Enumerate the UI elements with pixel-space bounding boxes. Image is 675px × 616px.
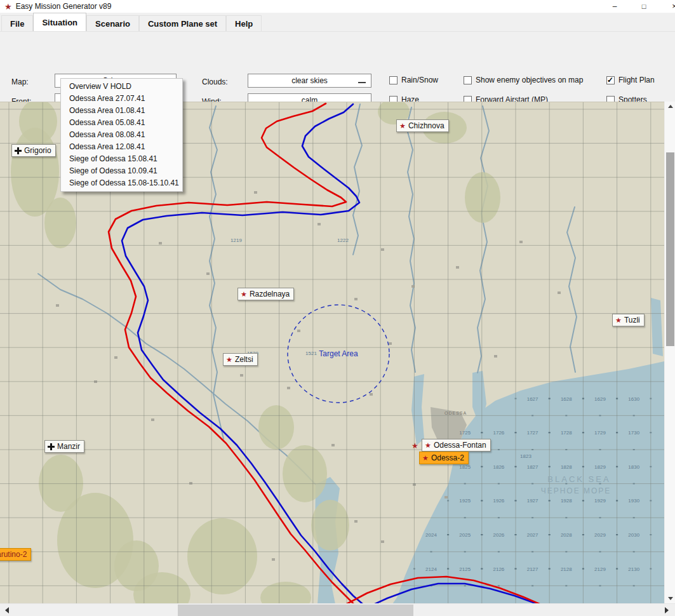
map-label-chizhnova[interactable]: ★Chizhnova — [396, 119, 449, 132]
tab-custom-plane-set[interactable]: Custom Plane set — [139, 15, 226, 31]
svg-text:1730: 1730 — [628, 430, 639, 436]
svg-text:1728: 1728 — [561, 430, 572, 436]
horizontal-scrollbar-thumb[interactable] — [178, 605, 413, 616]
svg-text:1727: 1727 — [527, 430, 538, 436]
map-label-text: Odessa-Fontan — [434, 441, 486, 450]
svg-text:2127: 2127 — [527, 566, 538, 572]
svg-text:1219: 1219 — [231, 238, 242, 243]
svg-text:2030: 2030 — [628, 532, 639, 538]
window-controls: – □ × — [599, 0, 675, 13]
rain-snow-label: Rain/Snow — [401, 76, 438, 84]
show-enemy-objectives-checkbox-row[interactable]: Show enemy objectives on map — [464, 76, 583, 84]
red-star-icon: ★ — [399, 123, 406, 130]
map-label-odessa-2[interactable]: ★Odessa-2 — [419, 452, 469, 464]
svg-text:BLACK SEA: BLACK SEA — [547, 474, 610, 484]
front-option-odessa-area-27-07-41[interactable]: Odessa Area 27.07.41 — [61, 93, 182, 105]
svg-text:1629: 1629 — [594, 396, 606, 402]
title-bar: ★ Easy Mission Generator v89 – □ × — [0, 0, 675, 13]
front-option-odessa-area-05-08-41[interactable]: Odessa Area 05.08.41 — [61, 117, 182, 129]
svg-text:1521: 1521 — [305, 351, 317, 356]
black-plus-icon — [15, 147, 22, 154]
svg-text:1825: 1825 — [459, 464, 471, 470]
flight-plan-checkbox[interactable] — [606, 76, 615, 84]
svg-text:2128: 2128 — [561, 566, 572, 572]
window-title: Easy Mission Generator v89 — [16, 2, 112, 11]
svg-text:2125: 2125 — [459, 566, 471, 572]
rain-snow-checkbox-row[interactable]: Rain/Snow — [389, 76, 438, 84]
svg-text:1823: 1823 — [520, 453, 531, 459]
minimize-button[interactable]: – — [605, 0, 624, 13]
red-star-icon: ★ — [226, 356, 232, 363]
svg-text:1729: 1729 — [594, 430, 606, 436]
front-option-odessa-area-08-08-41[interactable]: Odessa Area 08.08.41 — [61, 129, 182, 141]
map-label-text: Zeltsi — [235, 355, 253, 364]
show-enemy-objectives-label: Show enemy objectives on map — [476, 76, 583, 84]
app-icon: ★ — [4, 3, 12, 11]
tab-help[interactable]: Help — [226, 15, 262, 31]
svg-text:1929: 1929 — [594, 498, 606, 504]
svg-text:2027: 2027 — [527, 532, 538, 538]
map-label-arutino-2[interactable]: arutino-2 — [0, 548, 31, 561]
svg-text:2029: 2029 — [594, 532, 606, 538]
front-option-overview[interactable]: Overview V HOLD — [61, 81, 182, 93]
show-enemy-objectives-checkbox[interactable] — [464, 76, 472, 84]
map-label-grigorio[interactable]: Grigorio — [11, 144, 56, 157]
tab-file[interactable]: File — [1, 15, 33, 31]
vertical-scrollbar[interactable] — [664, 102, 675, 603]
svg-text:1930: 1930 — [628, 498, 639, 504]
flight-plan-checkbox-row[interactable]: Flight Plan — [606, 76, 655, 84]
map-label: Map: — [11, 77, 29, 86]
clouds-combo-value: clear skies — [291, 76, 328, 85]
front-option-siege-10-09-41[interactable]: Siege of Odessa 10.09.41 — [61, 165, 182, 177]
maximize-button[interactable]: □ — [634, 0, 653, 13]
tab-bar: File Situation Scenario Custom Plane set… — [0, 13, 675, 32]
scroll-left-icon[interactable] — [5, 607, 9, 613]
svg-text:1828: 1828 — [561, 464, 572, 470]
svg-text:2025: 2025 — [459, 532, 471, 538]
svg-text:1725: 1725 — [459, 430, 471, 436]
scroll-down-icon[interactable] — [668, 597, 673, 600]
map-label-text: Chizhnova — [408, 121, 444, 130]
red-star-icon: ★ — [422, 455, 429, 462]
tab-scenario[interactable]: Scenario — [86, 15, 139, 31]
front-option-odessa-area-12-08-41[interactable]: Odessa Area 12.08.41 — [61, 141, 182, 153]
svg-text:1627: 1627 — [527, 396, 538, 402]
flight-plan-label: Flight Plan — [618, 76, 655, 84]
clouds-label: Clouds: — [202, 77, 228, 86]
scroll-up-icon[interactable] — [668, 105, 673, 108]
front-dropdown-list: Overview V HOLD Odessa Area 27.07.41 Ode… — [60, 78, 183, 192]
svg-text:2028: 2028 — [561, 532, 572, 538]
map-label-razdelnaya[interactable]: ★Razdelnaya — [237, 288, 294, 300]
svg-text:1927: 1927 — [527, 498, 538, 504]
svg-text:1926: 1926 — [493, 498, 505, 504]
map-label-text: Razdelnaya — [250, 290, 290, 298]
front-option-siege-15-08-41[interactable]: Siege of Odessa 15.08.41 — [61, 153, 182, 165]
front-option-siege-15-08-15-10-41[interactable]: Siege of Odessa 15.08-15.10.41 — [61, 177, 182, 189]
svg-text:2026: 2026 — [493, 532, 505, 538]
map-label-text: arutino-2 — [0, 550, 27, 559]
tab-situation[interactable]: Situation — [33, 13, 86, 31]
close-button[interactable]: × — [665, 0, 675, 13]
red-star-icon[interactable]: ★ — [411, 441, 418, 450]
front-option-odessa-area-01-08-41[interactable]: Odessa Area 01.08.41 — [61, 105, 182, 117]
clouds-combo[interactable]: clear skies — [248, 74, 371, 88]
svg-text:Target Area: Target Area — [319, 349, 358, 358]
map-label-manzir[interactable]: Manzir — [44, 440, 84, 453]
rain-snow-checkbox[interactable] — [389, 76, 398, 84]
scroll-right-icon[interactable] — [665, 607, 669, 613]
svg-text:1928: 1928 — [561, 498, 572, 504]
svg-text:1628: 1628 — [561, 396, 572, 402]
horizontal-scrollbar[interactable] — [0, 603, 675, 616]
map-label-zeltsi[interactable]: ★Zeltsi — [223, 353, 258, 366]
svg-text:2024: 2024 — [425, 532, 437, 538]
vertical-scrollbar-thumb[interactable] — [666, 152, 674, 346]
red-star-icon: ★ — [241, 291, 247, 298]
svg-text:1826: 1826 — [493, 464, 505, 470]
black-plus-icon — [48, 443, 55, 450]
dropdown-arrow-icon — [358, 82, 366, 83]
svg-text:1222: 1222 — [337, 238, 349, 243]
map-label-tuzli[interactable]: ★Tuzli — [612, 314, 645, 326]
svg-text:2124: 2124 — [425, 566, 437, 572]
svg-text:1829: 1829 — [594, 464, 606, 470]
map-label-odessa-fontan[interactable]: ★Odessa-Fontan — [422, 439, 491, 452]
